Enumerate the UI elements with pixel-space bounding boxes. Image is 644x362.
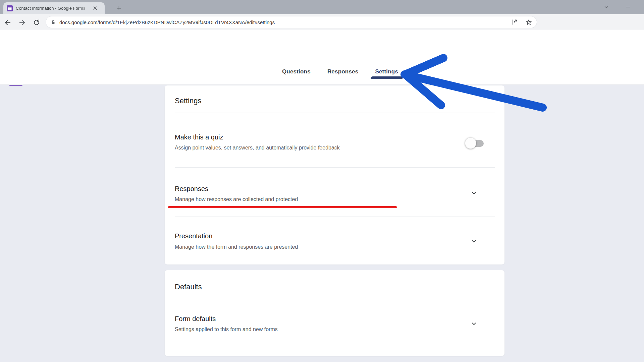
- new-tab-button[interactable]: [114, 3, 123, 13]
- form-defaults-subtitle: Settings applied to this form and new fo…: [175, 326, 278, 333]
- responses-section-subtitle: Manage how responses are collected and p…: [175, 196, 298, 202]
- tab-questions[interactable]: Questions: [282, 64, 311, 85]
- tab-responses[interactable]: Responses: [327, 64, 359, 85]
- defaults-card: Defaults Form defaults Settings applied …: [164, 270, 505, 356]
- window-minimize-icon[interactable]: [624, 3, 632, 11]
- divider: [175, 217, 495, 217]
- presentation-expand-chevron-down-icon[interactable]: [470, 237, 478, 245]
- divider: [188, 348, 495, 348]
- divider: [175, 301, 495, 301]
- make-quiz-toggle[interactable]: [465, 137, 484, 149]
- make-quiz-title: Make this a quiz: [175, 133, 223, 141]
- settings-card-title: Settings: [175, 97, 202, 105]
- make-quiz-subtitle: Assign point values, set answers, and au…: [175, 145, 340, 151]
- forward-icon[interactable]: [18, 18, 26, 27]
- tab-title: Contact Information - Google Forms: [16, 6, 92, 11]
- share-icon[interactable]: [511, 18, 519, 26]
- browser-tab-strip: Contact Information - Google Forms: [0, 0, 644, 14]
- browser-tab[interactable]: Contact Information - Google Forms: [3, 2, 105, 14]
- tab-settings[interactable]: Settings: [375, 64, 398, 85]
- back-icon[interactable]: [3, 18, 12, 27]
- responses-section-title: Responses: [175, 185, 208, 193]
- window-chevron-icon[interactable]: [602, 3, 611, 11]
- defaults-card-title: Defaults: [175, 283, 202, 291]
- reload-icon[interactable]: [32, 18, 41, 27]
- toggle-knob: [465, 137, 476, 149]
- lock-icon: [50, 19, 56, 25]
- url-text[interactable]: docs.google.com/forms/d/1EkjZePd2B6zKDPN…: [59, 19, 507, 25]
- bookmark-star-icon[interactable]: [525, 19, 532, 26]
- forms-header: Contact Information Send: [0, 30, 644, 64]
- presentation-section-title: Presentation: [175, 232, 212, 240]
- red-underline-annotation: [168, 206, 397, 208]
- tab-close-icon[interactable]: [92, 5, 98, 11]
- google-forms-favicon-icon: [7, 5, 13, 11]
- settings-card: Settings Make this a quiz Assign point v…: [164, 85, 505, 265]
- divider: [175, 113, 495, 113]
- form-defaults-title: Form defaults: [175, 315, 216, 323]
- responses-expand-chevron-down-icon[interactable]: [470, 189, 478, 197]
- presentation-section-subtitle: Manage how the form and responses are pr…: [175, 244, 298, 250]
- form-nav: Questions Responses Settings: [0, 64, 644, 85]
- form-defaults-expand-chevron-down-icon[interactable]: [470, 320, 478, 328]
- browser-toolbar: docs.google.com/forms/d/1EkjZePd2B6zKDPN…: [0, 14, 644, 30]
- divider: [175, 167, 495, 168]
- url-bar[interactable]: docs.google.com/forms/d/1EkjZePd2B6zKDPN…: [46, 16, 537, 28]
